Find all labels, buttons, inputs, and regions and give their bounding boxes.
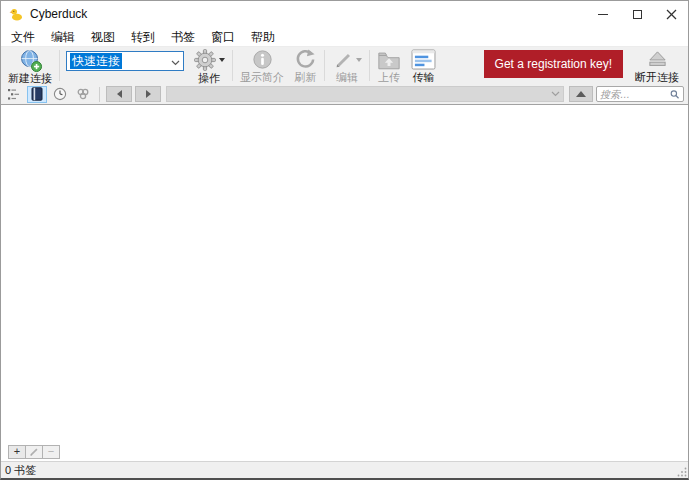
disconnect-button[interactable]: 断开连接: [630, 48, 684, 83]
quick-connect-wrap: 快速连接: [62, 48, 188, 83]
title-bar: Cyberduck: [1, 1, 688, 27]
minimize-icon: [598, 14, 608, 15]
back-arrow-icon: [117, 90, 122, 98]
toolbar-spacer: [441, 48, 478, 83]
window-title: Cyberduck: [30, 7, 87, 21]
add-bookmark-button[interactable]: +: [8, 445, 26, 459]
bonjour-view-button[interactable]: [73, 86, 93, 103]
edit-label: 编辑: [336, 71, 358, 83]
edit-button[interactable]: 编辑: [327, 48, 367, 83]
globe-plus-icon: [18, 48, 43, 72]
chevron-down-icon: [551, 91, 560, 97]
browser-view-button[interactable]: [4, 86, 24, 103]
menu-file[interactable]: 文件: [3, 27, 43, 47]
upload-label: 上传: [378, 71, 400, 83]
history-view-button[interactable]: [50, 86, 70, 103]
pencil-icon: [29, 447, 39, 457]
menu-go[interactable]: 转到: [123, 27, 163, 47]
forward-button[interactable]: [135, 86, 161, 102]
action-button[interactable]: 操作: [188, 48, 230, 83]
bookmark-book-icon: [31, 87, 43, 101]
history-clock-icon: [53, 87, 67, 101]
toolbar-separator: [324, 50, 325, 81]
app-duck-icon: [9, 7, 24, 22]
main-toolbar: 新建连接 快速连接: [1, 47, 688, 84]
pencil-icon: [332, 49, 354, 71]
search-box: [596, 86, 684, 102]
navigation-bar: [1, 84, 688, 105]
transfers-button[interactable]: 传输: [406, 48, 441, 83]
forward-arrow-icon: [146, 90, 151, 98]
menu-bookmarks[interactable]: 书签: [163, 27, 203, 47]
get-info-label: 显示简介: [240, 71, 284, 83]
toolbar-separator: [369, 50, 370, 81]
registration-key-button[interactable]: Get a registration key!: [484, 50, 623, 78]
go-up-button[interactable]: [569, 86, 593, 102]
bookmark-action-bar: + −: [1, 442, 688, 461]
quick-connect-combobox[interactable]: 快速连接: [66, 51, 184, 71]
search-input[interactable]: [600, 89, 670, 100]
cyberduck-window: Cyberduck 文件 编辑 视图 转到 书签 窗口 帮助: [0, 0, 689, 480]
new-connection-button[interactable]: 新建连接: [3, 48, 57, 83]
refresh-icon: [294, 48, 317, 71]
menu-view[interactable]: 视图: [83, 27, 123, 47]
action-label: 操作: [198, 72, 220, 84]
transfers-icon: [411, 48, 436, 71]
refresh-label: 刷新: [295, 71, 317, 83]
refresh-button[interactable]: 刷新: [289, 48, 322, 83]
remove-bookmark-button[interactable]: −: [42, 445, 60, 459]
window-controls: [586, 1, 688, 27]
up-arrow-icon: [576, 91, 586, 97]
search-icon: [670, 89, 680, 100]
bookmark-list-area[interactable]: [1, 105, 688, 442]
nav-separator: [99, 87, 100, 102]
get-info-button[interactable]: 显示简介: [235, 48, 289, 83]
transfers-label: 传输: [413, 71, 435, 83]
status-bar: 0 书签: [1, 461, 688, 478]
chevron-down-icon: [171, 52, 180, 70]
gear-icon: [193, 48, 217, 72]
close-button[interactable]: [654, 1, 688, 27]
maximize-button[interactable]: [620, 1, 654, 27]
action-dropdown-arrow-icon: [219, 58, 225, 62]
resize-grip[interactable]: [677, 467, 687, 477]
disconnect-label: 断开连接: [635, 71, 679, 83]
info-icon: [251, 48, 274, 71]
bonjour-icon: [76, 87, 90, 101]
close-icon: [666, 9, 677, 20]
minimize-button[interactable]: [586, 1, 620, 27]
bookmark-count-text: 0 书签: [5, 463, 36, 478]
edit-dropdown-arrow-icon: [356, 58, 362, 62]
menu-window[interactable]: 窗口: [203, 27, 243, 47]
back-button[interactable]: [106, 86, 132, 102]
folder-upload-icon: [377, 48, 401, 71]
quick-connect-value: 快速连接: [70, 53, 122, 69]
toolbar-separator: [232, 50, 233, 81]
eject-icon: [646, 48, 669, 71]
new-connection-label: 新建连接: [8, 72, 52, 84]
edit-bookmark-button[interactable]: [25, 445, 43, 459]
menu-help[interactable]: 帮助: [243, 27, 283, 47]
outline-view-icon: [7, 87, 21, 101]
upload-button[interactable]: 上传: [372, 48, 406, 83]
path-dropdown[interactable]: [166, 86, 564, 102]
menu-edit[interactable]: 编辑: [43, 27, 83, 47]
toolbar-separator: [59, 50, 60, 81]
maximize-icon: [633, 10, 642, 19]
menu-bar: 文件 编辑 视图 转到 书签 窗口 帮助: [1, 27, 688, 47]
bookmarks-view-button[interactable]: [27, 86, 47, 103]
